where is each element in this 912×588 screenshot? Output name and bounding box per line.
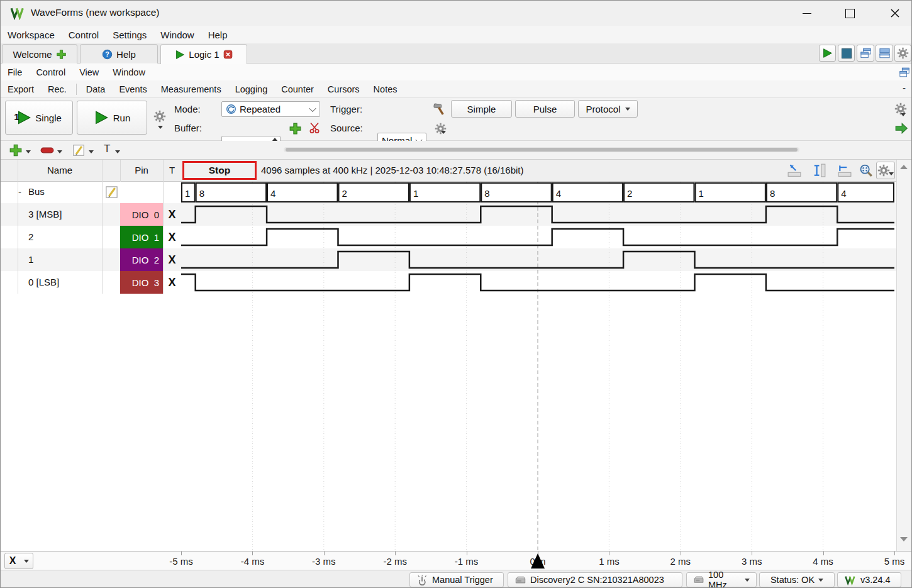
measure-ruler-icon[interactable]	[837, 163, 852, 178]
menu-control[interactable]: Control	[62, 30, 106, 40]
frequency-button[interactable]: 100 MHz	[686, 572, 757, 587]
channel-pin-badge[interactable]: DIO 2	[120, 248, 163, 271]
tile-windows-button[interactable]	[876, 45, 893, 62]
scroll-up-icon[interactable]	[900, 165, 908, 169]
menu-help[interactable]: Help	[201, 30, 235, 40]
status-button[interactable]: Status: OK	[759, 572, 835, 587]
close-button[interactable]	[881, 1, 909, 26]
acquisition-gear-dropdown-icon[interactable]	[158, 126, 163, 129]
channel-trigger-x[interactable]: X	[163, 271, 181, 294]
device-button[interactable]: Discovery2 C SN:210321A80023	[508, 572, 682, 587]
view-menu-counter[interactable]: Counter	[274, 84, 321, 94]
add-channel-dropdown-icon[interactable]	[26, 150, 31, 153]
scissors-icon[interactable]	[308, 121, 321, 135]
remove-channel-dropdown-icon[interactable]	[57, 150, 62, 153]
notepad-pencil-icon[interactable]	[71, 143, 86, 158]
axis-tick-label: 5 ms	[884, 556, 905, 567]
channel-trigger-x[interactable]: X	[163, 226, 181, 248]
scroll-down-icon[interactable]	[900, 537, 908, 541]
hammer-icon[interactable]	[432, 101, 446, 117]
plus-icon[interactable]	[56, 49, 67, 60]
menu-window[interactable]: Window	[153, 30, 201, 40]
view-menu-export[interactable]: Export	[1, 84, 41, 94]
single-button[interactable]: 1 Single	[5, 101, 73, 135]
bus-collapse-toggle[interactable]: -	[18, 186, 21, 197]
pointer-ruler-icon[interactable]	[787, 163, 802, 178]
run-all-button[interactable]	[819, 45, 836, 62]
bus-notepad-pencil-icon[interactable]	[104, 184, 120, 200]
inst-menu-view[interactable]: View	[72, 67, 106, 77]
tab-welcome[interactable]: Welcome	[2, 44, 77, 64]
manual-trigger-button[interactable]: Manual Trigger	[409, 572, 504, 587]
svg-text:4: 4	[270, 188, 275, 199]
magnifier-grid-icon[interactable]	[859, 163, 874, 178]
view-menu-events[interactable]: Events	[112, 84, 153, 94]
channel-name: 0 [LSB]	[28, 277, 59, 287]
vertical-scrollbar[interactable]	[896, 160, 911, 551]
collapse-toolbar-icon[interactable]: -	[903, 82, 906, 93]
axis-channel-selector[interactable]: X	[4, 553, 33, 569]
channel-pin-badge[interactable]: DIO 0	[120, 203, 163, 226]
inst-menu-file[interactable]: File	[1, 67, 29, 77]
undock-window-icon[interactable]	[898, 65, 911, 79]
axis-tick	[894, 552, 895, 555]
close-box-icon[interactable]	[223, 50, 233, 59]
plot-options-gear-button[interactable]	[876, 162, 895, 179]
protocol-label: Protocol	[586, 104, 620, 114]
tab-logic-1[interactable]: Logic 1	[160, 44, 247, 64]
tab-help[interactable]: Help	[80, 44, 158, 64]
inst-menu-window[interactable]: Window	[106, 67, 152, 77]
view-menu-rec[interactable]: Rec.	[41, 84, 74, 94]
stop-all-button[interactable]	[838, 45, 855, 62]
svg-text:1: 1	[185, 188, 190, 199]
workspace-options-gear-icon[interactable]	[894, 45, 911, 62]
pulse-trigger-button[interactable]: Pulse	[515, 100, 575, 118]
stop-button[interactable]: Stop	[182, 161, 257, 180]
horizontal-scrollbar[interactable]	[284, 147, 799, 152]
inst-menu-control[interactable]: Control	[29, 67, 72, 77]
axis-tick	[181, 552, 182, 555]
trigger-position-marker[interactable]	[531, 553, 545, 569]
remove-channel-minus-icon[interactable]	[40, 143, 55, 158]
simple-trigger-button[interactable]: Simple	[451, 100, 512, 118]
acquisition-controls: 1 Single Run Mode: Repeated Buffer: 10 T…	[1, 98, 911, 141]
timebase-gear-dropdown-icon[interactable]	[901, 113, 906, 116]
column-separator	[120, 160, 121, 182]
edit-dropdown-icon[interactable]	[89, 150, 94, 153]
view-menu-cursors[interactable]: Cursors	[321, 84, 367, 94]
channel-trigger-x[interactable]: X	[163, 203, 181, 226]
view-menu-notes[interactable]: Notes	[367, 84, 404, 94]
source-gear-dropdown-icon[interactable]	[441, 131, 446, 134]
channel-trigger-x[interactable]: X	[163, 248, 181, 271]
buffer-add-plus-icon[interactable]	[287, 121, 303, 136]
minimize-button[interactable]	[794, 1, 820, 26]
horizontal-scrollbar-thumb[interactable]	[286, 148, 798, 152]
view-menu-data[interactable]: Data	[79, 84, 113, 94]
name-column-header[interactable]: Name	[18, 165, 102, 175]
cascade-windows-button[interactable]	[857, 45, 874, 62]
waveform-plot[interactable]: 18421842184	[181, 182, 894, 551]
text-dropdown-icon[interactable]	[115, 150, 120, 153]
version-badge[interactable]: v3.24.4	[837, 572, 901, 587]
pin-column-header[interactable]: Pin	[120, 165, 163, 175]
view-menu-logging[interactable]: Logging	[228, 84, 275, 94]
text-T-icon[interactable]: T	[104, 143, 110, 155]
run-button[interactable]: Run	[77, 101, 147, 135]
view-menu-measurements[interactable]: Measurements	[154, 84, 228, 94]
add-channel-plus-icon[interactable]	[8, 143, 23, 158]
green-right-arrow-icon[interactable]	[894, 121, 909, 136]
axis-tick	[681, 552, 681, 555]
menu-settings[interactable]: Settings	[106, 30, 153, 40]
trigger-column-header[interactable]: T	[163, 165, 181, 175]
maximize-button[interactable]	[837, 1, 862, 26]
menu-workspace[interactable]: Workspace	[1, 30, 62, 40]
protocol-trigger-button[interactable]: Protocol	[578, 100, 638, 118]
channel-pin-badge[interactable]: DIO 1	[120, 226, 163, 248]
channel-pin-badge[interactable]: DIO 3	[120, 271, 163, 294]
time-axis-row: X -5 ms-4 ms-3 ms-2 ms-1 ms0 m1 ms2 ms3 …	[1, 551, 911, 570]
mode-select[interactable]: Repeated	[221, 101, 320, 117]
acquisition-gear-icon[interactable]	[153, 109, 167, 123]
column-separator	[163, 160, 164, 294]
axis-selector-dropdown-icon[interactable]	[24, 560, 29, 563]
x-cursor-ruler-icon[interactable]	[812, 163, 827, 178]
